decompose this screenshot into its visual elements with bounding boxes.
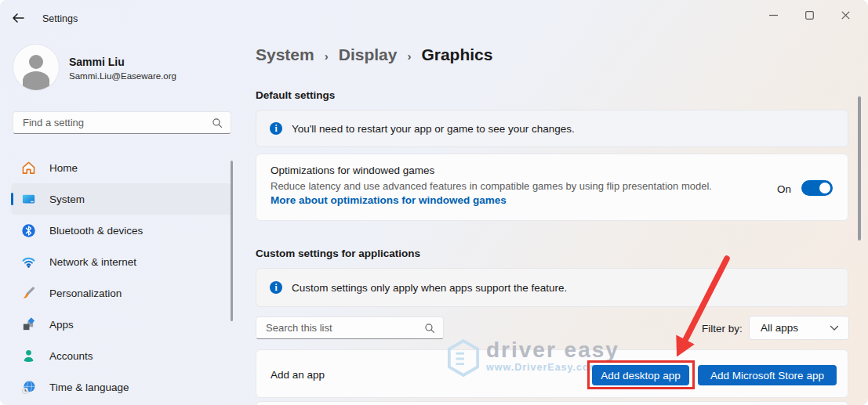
- apps-icon: [21, 317, 36, 332]
- sidebar-item-home[interactable]: Home: [11, 152, 232, 183]
- page-title: Graphics: [421, 45, 492, 64]
- chevron-down-icon: [830, 325, 839, 331]
- window-controls: [755, 3, 863, 27]
- sidebar-item-system[interactable]: System: [11, 183, 232, 215]
- avatar-body: [23, 71, 49, 90]
- sidebar-item-bluetooth-devices[interactable]: Bluetooth & devices: [11, 215, 232, 246]
- wifi-icon: [21, 255, 36, 269]
- breadcrumb-system[interactable]: System: [256, 45, 314, 64]
- add-an-app-label: Add an app: [271, 369, 325, 381]
- filter-dropdown-value: All apps: [750, 322, 830, 334]
- home-icon: [21, 161, 36, 175]
- sidebar-item-accounts[interactable]: Accounts: [11, 340, 232, 371]
- section-title-custom-settings: Custom settings for applications: [256, 248, 420, 259]
- search-icon: [424, 323, 435, 334]
- optimizations-title: Optimizations for windowed games: [271, 165, 434, 176]
- optimizations-more-link[interactable]: More about optimizations for windowed ga…: [271, 194, 507, 206]
- toggle-state-label: On: [777, 183, 791, 195]
- custom-settings-info-banner: i Custom settings only apply when apps s…: [256, 268, 848, 307]
- sidebar-item-label: System: [49, 193, 85, 205]
- content-scrollbar[interactable]: [858, 96, 861, 240]
- breadcrumb-display[interactable]: Display: [339, 45, 398, 64]
- sidebar-item-label: Bluetooth & devices: [49, 225, 143, 237]
- titlebar: Settings: [0, 0, 868, 31]
- sidebar-item-label: Time & language: [49, 381, 129, 393]
- list-search-input[interactable]: [256, 322, 424, 334]
- sidebar-item-personalization[interactable]: Personalization: [11, 277, 232, 309]
- sidebar-item-label: Home: [49, 162, 78, 174]
- bluetooth-icon: [21, 223, 36, 238]
- filter-by-label: Filter by:: [702, 323, 743, 334]
- sidebar-scrollbar[interactable]: [231, 161, 233, 321]
- settings-window: Settings Sammi Liu Sammi.Liu@Easeware.or…: [0, 0, 868, 405]
- add-microsoft-store-app-button[interactable]: Add Microsoft Store app: [698, 365, 837, 385]
- maximize-icon[interactable]: [791, 3, 827, 27]
- sidebar-item-label: Network & internet: [49, 256, 136, 268]
- sidebar-item-network-internet[interactable]: Network & internet: [11, 246, 232, 277]
- search-icon: [212, 118, 223, 128]
- close-icon[interactable]: [827, 3, 863, 27]
- avatar[interactable]: [13, 45, 59, 90]
- minimize-icon[interactable]: [755, 3, 791, 27]
- search-this-list-box: [256, 316, 444, 339]
- toggle-knob: [819, 183, 830, 193]
- paintbrush-icon: [21, 286, 36, 301]
- window-title: Settings: [42, 13, 78, 24]
- sidebar-item-label: Personalization: [49, 287, 122, 299]
- sidebar-nav: Home System Bluetooth & devices Network …: [0, 152, 243, 403]
- add-desktop-app-button[interactable]: Add desktop app: [592, 365, 689, 385]
- breadcrumb-separator: ›: [325, 49, 329, 63]
- optimizations-toggle[interactable]: [801, 180, 833, 196]
- search-input[interactable]: [13, 117, 212, 128]
- sidebar-item-time-language[interactable]: Time & language: [11, 371, 232, 403]
- next-list-card-partial: [256, 401, 848, 405]
- avatar-head: [29, 55, 43, 69]
- optimizations-card: Optimizations for windowed games Reduce …: [256, 154, 848, 221]
- laptop-icon: [21, 192, 36, 207]
- filter-dropdown[interactable]: All apps: [749, 316, 849, 340]
- optimizations-description: Reduce latency and use advanced features…: [271, 180, 712, 192]
- person-icon: [21, 349, 36, 363]
- sidebar-item-label: Apps: [49, 319, 74, 331]
- back-icon[interactable]: [11, 12, 27, 26]
- find-a-setting-box: [13, 111, 231, 134]
- restart-info-banner: i You'll need to restart your app or gam…: [256, 110, 848, 147]
- sidebar-item-apps[interactable]: Apps: [11, 309, 232, 340]
- banner-text: You'll need to restart your app or game …: [292, 123, 575, 135]
- section-title-default-settings: Default settings: [256, 89, 335, 101]
- banner-text: Custom settings only apply when apps sup…: [292, 282, 567, 294]
- clock-globe-icon: [21, 380, 36, 395]
- breadcrumb: System › Display › Graphics: [256, 45, 492, 64]
- sidebar-item-label: Accounts: [49, 350, 93, 362]
- info-icon: i: [270, 122, 282, 135]
- user-name: Sammi Liu: [69, 56, 125, 68]
- info-icon: i: [270, 281, 282, 294]
- breadcrumb-separator: ›: [407, 49, 411, 63]
- user-email: Sammi.Liu@Easeware.org: [69, 71, 176, 81]
